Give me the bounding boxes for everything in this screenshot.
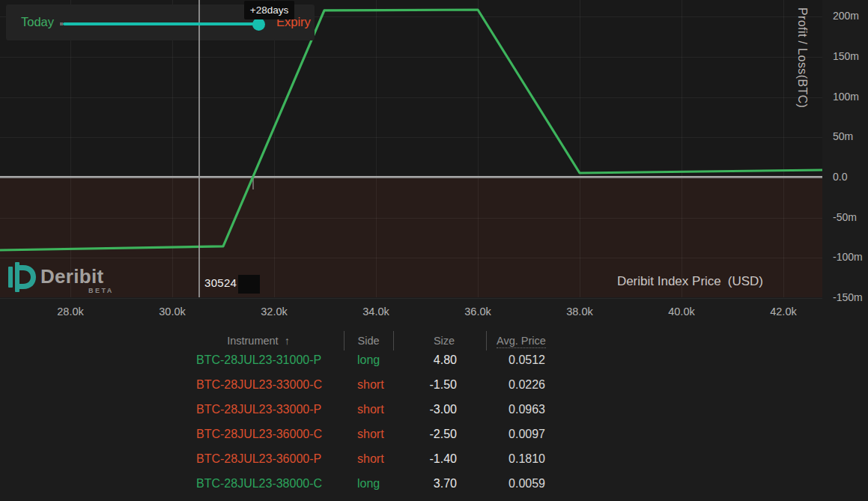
- deribit-wordmark: Deribit: [40, 265, 103, 288]
- avg-price-cell: 0.1810: [461, 452, 545, 467]
- x-tick-label: 30.0k: [148, 306, 196, 318]
- y-tick-label: 0.0: [833, 171, 847, 183]
- x-tick-label: 28.0k: [46, 306, 94, 318]
- size-cell: -1.50: [374, 377, 457, 392]
- size-cell: -3.00: [374, 402, 457, 417]
- gridline: [0, 218, 822, 219]
- position-builder-app: 30524 Today Expiry +28days Deribit BETA …: [0, 0, 868, 501]
- y-tick-label: -150m: [833, 291, 863, 303]
- breakeven-tick: [252, 178, 254, 189]
- gridline: [0, 97, 822, 98]
- instrument-cell: BTC-28JUL23-36000-P: [196, 452, 353, 467]
- size-cell: 4.80: [374, 353, 457, 368]
- column-divider: [393, 331, 394, 350]
- sort-ascending-icon[interactable]: ↑: [285, 335, 290, 347]
- avg-price-cell: 0.0226: [461, 377, 545, 392]
- x-tick-label: 42.0k: [759, 306, 807, 318]
- x-tick-label: 38.0k: [556, 306, 604, 318]
- gridline: [783, 0, 784, 297]
- instrument-cell: BTC-28JUL23-33000-C: [196, 377, 353, 392]
- pnl-chart[interactable]: 30524 Today Expiry +28days Deribit BETA …: [0, 0, 822, 297]
- gridline: [0, 137, 822, 138]
- current-price-label: 30524: [204, 276, 237, 289]
- column-header-size[interactable]: Size: [398, 335, 491, 347]
- gridline: [0, 298, 822, 299]
- date-slider-track[interactable]: [63, 22, 259, 25]
- price-label-box: [238, 275, 260, 294]
- gridline: [478, 0, 479, 297]
- instrument-cell: BTC-28JUL23-33000-P: [196, 402, 353, 417]
- column-header-side[interactable]: Side: [344, 335, 393, 347]
- deribit-logo: Deribit BETA: [7, 262, 39, 295]
- avg-price-cell: 0.0512: [461, 353, 545, 368]
- gridline: [682, 0, 682, 297]
- gridline: [70, 0, 71, 297]
- x-tick-label: 32.0k: [250, 306, 298, 318]
- size-cell: 3.70: [374, 476, 457, 491]
- gridline: [0, 258, 822, 258]
- avg-price-cell: 0.0097: [461, 427, 545, 442]
- y-tick-label: 50m: [833, 130, 853, 142]
- instrument-cell: BTC-28JUL23-31000-P: [196, 353, 353, 368]
- beta-badge: BETA: [88, 287, 114, 294]
- gridline: [172, 0, 173, 297]
- deribit-logo-icon: [7, 262, 39, 292]
- avg-price-cell: 0.0059: [461, 476, 545, 491]
- x-tick-label: 34.0k: [352, 306, 400, 318]
- size-cell: -1.40: [374, 452, 457, 467]
- y-tick-label: 150m: [833, 50, 859, 62]
- slider-days-tooltip: +28days: [244, 1, 294, 19]
- gridline: [274, 0, 275, 297]
- x-axis-title: Deribit Index Price(USD): [617, 274, 763, 289]
- gridline: [580, 0, 580, 297]
- column-header-avg-price[interactable]: Avg. Price: [497, 335, 546, 347]
- y-axis-title: Profit / Loss(BTC): [795, 7, 809, 172]
- current-price-line: [198, 0, 200, 297]
- y-tick-label: 100m: [833, 91, 859, 103]
- instrument-cell: BTC-28JUL23-38000-C: [196, 476, 353, 491]
- positions-table: Instrument↑ Side Size Avg. Price BTC-28J…: [0, 326, 868, 501]
- y-tick-label: -100m: [833, 251, 863, 263]
- date-slider-handle[interactable]: [252, 18, 265, 31]
- column-divider: [486, 331, 487, 350]
- gridline: [0, 57, 822, 58]
- slider-today-label[interactable]: Today: [21, 15, 54, 29]
- gridline: [376, 0, 377, 297]
- size-cell: -2.50: [374, 427, 457, 442]
- zero-pnl-line: [0, 176, 822, 178]
- instrument-cell: BTC-28JUL23-36000-C: [196, 427, 353, 442]
- column-header-instrument[interactable]: Instrument↑: [202, 335, 315, 347]
- x-tick-label: 36.0k: [454, 306, 502, 318]
- y-tick-label: 200m: [833, 10, 859, 22]
- x-tick-label: 40.0k: [658, 306, 705, 318]
- avg-price-cell: 0.0963: [461, 402, 545, 417]
- y-tick-label: -50m: [833, 211, 857, 223]
